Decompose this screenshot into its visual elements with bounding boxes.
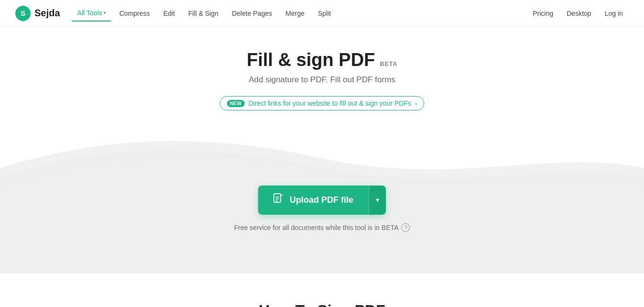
pdf-upload-icon [273, 193, 284, 207]
nav-all-tools[interactable]: All Tools ▾ [71, 5, 112, 22]
upload-dropdown-button[interactable]: ▾ [369, 186, 386, 215]
nav-links: All Tools ▾ Compress Edit Fill & Sign De… [71, 5, 527, 22]
new-badge: NEW [227, 100, 245, 107]
brand-icon: S [15, 6, 31, 21]
nav-compress[interactable]: Compress [113, 6, 156, 21]
nav-fill-sign[interactable]: Fill & Sign [182, 6, 224, 21]
beta-note: Free service for all documents while thi… [234, 223, 410, 232]
dropdown-arrow-icon: ▾ [376, 196, 379, 204]
brand-logo[interactable]: S Sejda [15, 6, 60, 21]
nav-right: Pricing Desktop Log in [527, 6, 629, 21]
beta-badge: BETA [380, 60, 397, 67]
nav-split[interactable]: Split [312, 6, 337, 21]
hero-subtitle: Add signature to PDF. Fill out PDF forms [10, 75, 634, 85]
help-icon[interactable]: ? [401, 223, 410, 232]
chevron-down-icon: ▾ [103, 10, 106, 15]
navbar: S Sejda All Tools ▾ Compress Edit Fill &… [0, 0, 644, 27]
nav-merge[interactable]: Merge [280, 6, 310, 21]
new-banner-link[interactable]: NEW Direct links for your website to fil… [220, 96, 424, 110]
chevron-right-icon: › [415, 100, 417, 107]
beta-note-text: Free service for all documents while thi… [234, 224, 399, 231]
page-title: Fill & sign PDF [247, 50, 375, 70]
hero-section: Fill & sign PDF BETA Add signature to PD… [0, 27, 644, 110]
upload-button-label: Upload PDF file [290, 195, 353, 205]
nav-pricing[interactable]: Pricing [527, 6, 559, 21]
new-banner-text: Direct links for your website to fill ou… [249, 99, 411, 107]
nav-delete-pages[interactable]: Delete Pages [226, 6, 278, 21]
upload-button-group: Upload PDF file ▾ [258, 186, 386, 215]
how-to-title: How To Sign PDF [10, 302, 634, 307]
upload-pdf-button[interactable]: Upload PDF file [258, 186, 369, 215]
hero-title-wrap: Fill & sign PDF BETA [247, 50, 397, 70]
brand-name: Sejda [34, 8, 60, 19]
upload-section: Upload PDF file ▾ Free service for all d… [0, 130, 644, 273]
wave-content: Upload PDF file ▾ Free service for all d… [0, 130, 644, 273]
how-to-section: How To Sign PDF [0, 273, 644, 307]
nav-desktop[interactable]: Desktop [561, 6, 597, 21]
nav-edit[interactable]: Edit [158, 6, 181, 21]
nav-login[interactable]: Log in [599, 6, 629, 21]
